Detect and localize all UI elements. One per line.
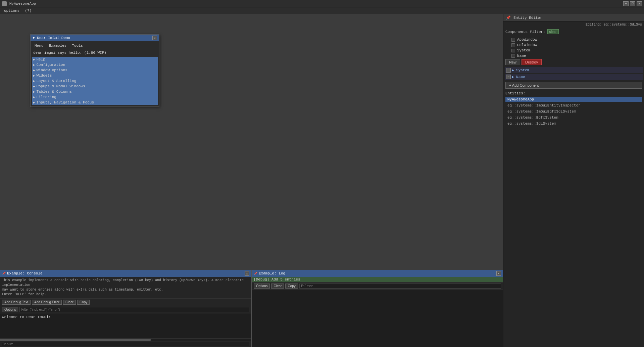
- component-system-section: − ▶ System: [505, 67, 643, 73]
- component-name-section: − ▶ Name: [505, 74, 643, 80]
- demo-item-label-filtering: Filtering: [36, 95, 56, 99]
- console-filter-input[interactable]: [19, 307, 249, 312]
- log-filter-input[interactable]: [299, 284, 501, 289]
- log-close-button[interactable]: ✕: [496, 271, 501, 276]
- add-debug-error-button[interactable]: Add Debug Error: [32, 300, 62, 305]
- minimize-button[interactable]: ─: [623, 1, 629, 6]
- console-log-line: Welcome to Dear ImGui!: [2, 315, 249, 320]
- demo-item-window-options[interactable]: ▶ Window options: [32, 68, 158, 73]
- console-copy-button[interactable]: Copy: [77, 300, 90, 305]
- component-system-name[interactable]: System: [516, 68, 530, 72]
- console-scrollbar[interactable]: [0, 338, 251, 341]
- demo-item-label-popups: Popups & Modal windows: [36, 84, 85, 88]
- entity-editor-content: Editing: eq::systems::SdlSys Components …: [503, 21, 644, 347]
- checkbox-sdlwindow-input[interactable]: [511, 43, 515, 47]
- log-title-left: 📌 Example: Log: [254, 271, 285, 275]
- menu-options[interactable]: options: [1, 8, 22, 13]
- log-clear-button[interactable]: Clear: [271, 284, 284, 289]
- demo-item-widgets[interactable]: ▶ Widgets: [32, 73, 158, 78]
- entity-editor-pin-icon: 📌: [506, 15, 511, 20]
- component-name-collapse-button[interactable]: −: [506, 75, 511, 79]
- demo-item-label-widgets: Widgets: [36, 74, 52, 78]
- component-name-name[interactable]: Name: [516, 75, 525, 79]
- checkbox-sdlwindow-label: SdlWindow: [517, 43, 537, 47]
- entity-item-myawesomeapp[interactable]: MyAwesomeApp: [505, 97, 642, 102]
- demo-item-help[interactable]: ▶ Help: [32, 57, 158, 62]
- demo-window-close-button[interactable]: ✕: [152, 36, 157, 40]
- entity-item-imgui-bgfx-sdl[interactable]: eq::systems::ImGuiBgfxSdlSystem: [505, 109, 642, 114]
- demo-window-content: Menu Examples Tools dear imgui says hell…: [31, 41, 159, 106]
- console-title-left: 📌 Example: Console: [2, 271, 43, 275]
- entity-item-bgfx-system[interactable]: eq::systems::BgfxSystem: [505, 115, 642, 120]
- menu-help[interactable]: (?): [22, 8, 34, 13]
- comp-filter-clear-button[interactable]: clear: [547, 29, 559, 34]
- console-description: This example implements a console with b…: [0, 277, 251, 299]
- demo-menu-menu[interactable]: Menu: [33, 43, 45, 48]
- entity-editor-title: Entity Editor: [513, 16, 542, 20]
- editing-label: Editing: eq::systems::SdlSys: [505, 23, 643, 28]
- entity-item-imgui-inspector[interactable]: eq::systems::ImGuiEntityInspector: [505, 103, 642, 108]
- demo-menu-examples[interactable]: Examples: [47, 43, 68, 48]
- checkbox-name-label: Name: [517, 54, 526, 58]
- console-clear-button[interactable]: Clear: [63, 300, 76, 305]
- checkbox-appwindow-input[interactable]: [511, 38, 515, 42]
- new-entity-button[interactable]: New: [505, 59, 520, 65]
- log-panel: 📌 Example: Log ✕ [Debug] Add 5 entries O…: [252, 270, 503, 347]
- component-system-collapse-button[interactable]: −: [506, 68, 511, 73]
- entity-editor-title-bar: 📌 Entity Editor: [503, 14, 644, 21]
- console-desc-line2: may want to store entries along with ext…: [2, 288, 249, 292]
- console-scrollbar-thumb[interactable]: [0, 339, 151, 341]
- app-title: MyAwesomeApp: [9, 2, 36, 6]
- dear-imgui-demo-window: ▼ Dear ImGui Demo ✕ Menu Examples Tools …: [30, 34, 159, 107]
- console-options-button[interactable]: Options: [2, 307, 18, 312]
- entity-item-sdl-system[interactable]: eq::systems::SdlSystem: [505, 121, 642, 126]
- demo-item-configuration[interactable]: ▶ Configuration: [32, 62, 158, 68]
- entities-section-label: Entities:: [505, 91, 642, 95]
- demo-item-filtering[interactable]: ▶ Filtering: [32, 94, 158, 100]
- workspace: ▼ Dear ImGui Demo ✕ Menu Examples Tools …: [0, 14, 503, 347]
- tree-arrow-configuration: ▶: [33, 63, 35, 67]
- demo-item-popups[interactable]: ▶ Popups & Modal windows: [32, 84, 158, 89]
- tree-arrow-popups: ▶: [33, 85, 35, 88]
- add-debug-text-button[interactable]: Add Debug Text: [2, 300, 31, 305]
- add-component-button[interactable]: + Add Component: [505, 82, 642, 89]
- tree-arrow-window-options: ▶: [33, 69, 35, 72]
- checkbox-appwindow-label: AppWindow: [517, 38, 537, 42]
- checkbox-name-input[interactable]: [511, 54, 515, 58]
- component-name-row: − ▶ Name: [505, 74, 643, 80]
- destroy-entity-button[interactable]: Destroy: [522, 59, 542, 65]
- component-name-expand-icon[interactable]: ▶: [512, 75, 514, 79]
- console-desc-line3: Enter 'HELP' for help.: [2, 292, 249, 297]
- log-copy-button[interactable]: Copy: [285, 284, 298, 289]
- demo-menu-tools[interactable]: Tools: [70, 43, 84, 48]
- bottom-area: 📌 Example: Console ✕ This example implem…: [0, 270, 503, 347]
- console-toolbar: Add Debug Text Add Debug Error Clear Cop…: [0, 299, 251, 306]
- demo-window-title: ▼ Dear ImGui Demo: [33, 36, 70, 40]
- log-entry-text: [Debug] Add 5 entries: [254, 277, 300, 281]
- log-options-button[interactable]: Options: [254, 284, 270, 289]
- title-bar: MyAwesomeApp ─ □ ✕: [0, 0, 644, 7]
- console-panel-title-bar: 📌 Example: Console ✕: [0, 270, 251, 277]
- checkbox-system-input[interactable]: [511, 49, 515, 52]
- checkbox-system-label: System: [517, 48, 531, 52]
- demo-item-tables[interactable]: ▶ Tables & Columns: [32, 89, 158, 94]
- tree-arrow-filtering: ▶: [33, 95, 35, 99]
- tree-arrow-tables: ▶: [33, 90, 35, 94]
- tree-arrow-help: ▶: [33, 58, 35, 61]
- maximize-button[interactable]: □: [630, 1, 635, 6]
- window-controls: ─ □ ✕: [623, 1, 642, 6]
- console-close-button[interactable]: ✕: [245, 271, 249, 276]
- demo-item-layout[interactable]: ▶ Layout & Scrolling: [32, 78, 158, 84]
- demo-item-inputs[interactable]: ▶ Inputs, Navigation & Focus: [32, 100, 158, 105]
- console-input[interactable]: [2, 342, 249, 346]
- log-entry-row[interactable]: [Debug] Add 5 entries: [252, 277, 503, 283]
- checkbox-appwindow: AppWindow: [505, 37, 643, 42]
- tree-arrow-widgets: ▶: [33, 74, 35, 78]
- demo-item-label-inputs: Inputs, Navigation & Focus: [36, 100, 94, 104]
- component-system-expand-icon[interactable]: ▶: [512, 68, 514, 72]
- console-desc-line1: This example implements a console with b…: [2, 278, 249, 288]
- close-button[interactable]: ✕: [637, 1, 642, 6]
- demo-window-title-bar[interactable]: ▼ Dear ImGui Demo ✕: [31, 35, 159, 41]
- entity-editor-panel: 📌 Entity Editor Editing: eq::systems::Sd…: [503, 14, 644, 347]
- component-system-row: − ▶ System: [505, 67, 643, 73]
